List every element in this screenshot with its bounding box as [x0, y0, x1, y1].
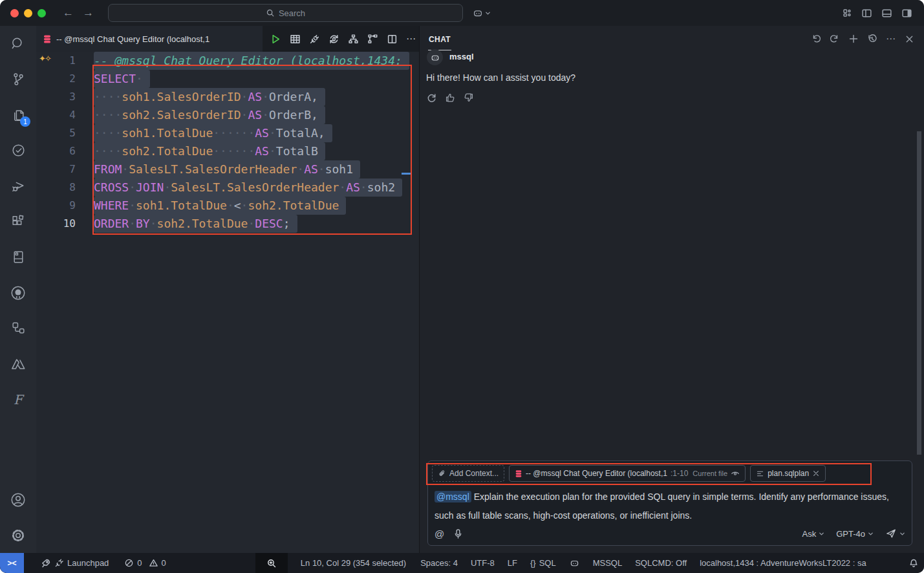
code-line[interactable]: 5····soh1.TotalDue······AS·TotalA, — [36, 124, 419, 142]
regenerate-icon[interactable] — [426, 92, 437, 103]
sidebar-item-search[interactable] — [0, 26, 36, 61]
sidebar-item-extensions[interactable] — [0, 204, 36, 239]
toggle-secondary-sidebar-icon[interactable] — [901, 8, 912, 19]
command-center-search[interactable]: Search — [108, 4, 463, 22]
chevron-down-icon — [868, 531, 874, 537]
connection-item[interactable]: localhost,1434 : AdventureWorksLT2022 : … — [694, 553, 872, 573]
customize-layout-icon[interactable] — [842, 8, 852, 18]
toggle-primary-sidebar-icon[interactable] — [861, 8, 872, 19]
remote-indicator[interactable]: >< — [0, 553, 24, 573]
file-context-pill[interactable]: -- @mssql Chat Query Editor (localhost,1… — [509, 465, 746, 482]
azure-icon — [10, 356, 27, 373]
accounts-button[interactable] — [0, 482, 36, 517]
mic-icon[interactable] — [453, 528, 463, 539]
split-editor-icon[interactable] — [387, 34, 398, 45]
settings-button[interactable] — [0, 517, 36, 553]
title-bar: ← → Search — [0, 0, 924, 26]
close-window-button[interactable] — [10, 9, 19, 17]
file-pill-title: -- @mssql Chat Query Editor (localhost,1 — [526, 469, 667, 478]
sidebar-item-run-debug[interactable] — [0, 168, 36, 204]
notifications-item[interactable] — [903, 553, 924, 573]
code-line[interactable]: 10ORDER·BY·soh2.TotalDue·DESC; — [36, 215, 419, 233]
mention-chip[interactable]: @mssql — [435, 491, 471, 503]
cursor-position-label: Ln 10, Col 29 (354 selected) — [301, 558, 406, 568]
sidebar-item-database-projects[interactable] — [0, 239, 36, 275]
results-grid-icon[interactable] — [290, 34, 301, 45]
copilot-menu[interactable] — [472, 7, 491, 19]
mention-button[interactable]: @ — [435, 528, 444, 539]
toggle-panel-icon[interactable] — [881, 8, 892, 19]
mode-picker[interactable]: Ask — [802, 529, 825, 539]
code-line[interactable]: 4····soh2.SalesOrderID·AS·OrderB, — [36, 106, 419, 124]
search-icon — [266, 8, 275, 17]
git-branch-icon — [10, 71, 27, 87]
chat-more-icon[interactable]: ⋯ — [886, 33, 896, 45]
indentation-item[interactable]: Spaces: 4 — [415, 553, 463, 573]
history-forward-icon[interactable]: → — [83, 6, 94, 19]
close-chat-icon[interactable] — [905, 34, 914, 44]
eol-item[interactable]: LF — [502, 553, 522, 573]
more-actions-icon[interactable]: ⋯ — [406, 33, 416, 45]
chat-message-actions — [426, 92, 475, 103]
thumbs-up-icon[interactable] — [444, 92, 456, 103]
copilot-status-item[interactable] — [564, 553, 585, 573]
sqlcmd-label: SQLCMD: Off — [635, 558, 687, 568]
code-line[interactable]: 6····soh2.TotalDue······AS·TotalB — [36, 142, 419, 160]
database-icon — [515, 470, 522, 478]
zoom-window-button[interactable] — [38, 9, 46, 17]
plan-context-pill[interactable]: plan.sqlplan — [750, 465, 826, 482]
selected-code-text: FROM·SalesLT.SalesOrderHeader·AS·soh1 — [94, 160, 360, 178]
chevron-down-icon — [819, 531, 824, 537]
add-context-button[interactable]: Add Context... — [432, 465, 504, 482]
code-editor[interactable]: 1-- @mssql Chat Query Editor (localhost,… — [36, 52, 419, 553]
language-item[interactable]: {}SQL — [525, 553, 561, 573]
copilot-sparkle-icon[interactable]: ✦✧ — [39, 54, 50, 63]
minimize-window-button[interactable] — [24, 9, 32, 17]
history-back-icon[interactable]: ← — [63, 6, 74, 19]
chat-scrollbar[interactable] — [917, 131, 921, 455]
chat-history-icon[interactable] — [867, 34, 877, 44]
copilot-icon — [472, 7, 484, 19]
chat-message-text: Hi there! How can I assist you today? — [426, 72, 575, 83]
thumbs-down-icon[interactable] — [463, 92, 475, 103]
code-line[interactable]: 3····soh1.SalesOrderID·AS·OrderA, — [36, 88, 419, 106]
actual-plan-icon[interactable] — [367, 34, 378, 45]
chat-input-text[interactable]: @mssql Explain the execution plan for th… — [435, 488, 903, 525]
sidebar-item-github[interactable] — [0, 275, 36, 310]
sidebar-item-remote-explorer[interactable] — [0, 310, 36, 346]
change-connection-icon[interactable] — [328, 34, 339, 45]
sidebar-item-task-check[interactable] — [0, 133, 36, 168]
run-query-icon[interactable] — [270, 34, 281, 45]
mssql-status-item[interactable]: MSSQL — [588, 553, 628, 573]
launchpad-item[interactable]: Launchpad — [36, 553, 114, 573]
sqlcmd-item[interactable]: SQLCMD: Off — [630, 553, 692, 573]
send-button[interactable] — [885, 528, 905, 539]
remove-context-icon[interactable] — [812, 470, 820, 477]
estimated-plan-icon[interactable] — [348, 34, 359, 45]
model-picker[interactable]: GPT-4o — [836, 529, 874, 539]
redo-icon[interactable] — [830, 34, 840, 44]
chat-message-author: mssql — [449, 52, 474, 61]
sidebar-item-azure[interactable] — [0, 346, 36, 382]
undo-icon[interactable] — [811, 34, 821, 44]
encoding-item[interactable]: UTF-8 — [466, 553, 500, 573]
sidebar-item-source-control[interactable] — [0, 61, 36, 97]
line-number: 9 — [36, 197, 76, 215]
editor-toolbar: ⋯ — [263, 26, 416, 52]
selected-code-text: -- @mssql Chat Query Editor (localhost,1… — [94, 52, 409, 70]
new-chat-icon[interactable] — [848, 34, 859, 44]
eol-label: LF — [508, 558, 517, 568]
editor-tab[interactable]: -- @mssql Chat Query Editor (localhost,1 — [36, 26, 263, 52]
problems-item[interactable]: 0 0 — [119, 553, 171, 573]
code-line[interactable]: 7FROM·SalesLT.SalesOrderHeader·AS·soh1 — [36, 160, 419, 178]
sidebar-item-fabric[interactable]: F — [0, 382, 36, 417]
cursor-position-item[interactable]: Ln 10, Col 29 (354 selected) — [295, 553, 411, 573]
code-line[interactable]: 9WHERE·soh1.TotalDue·<·soh2.TotalDue — [36, 197, 419, 215]
code-line[interactable]: 8CROSS·JOIN·SalesLT.SalesOrderHeader·AS·… — [36, 178, 419, 197]
code-line[interactable]: 1-- @mssql Chat Query Editor (localhost,… — [36, 52, 419, 70]
sidebar-item-explorer[interactable]: 1 — [0, 97, 36, 133]
chat-panel-title[interactable]: CHAT — [428, 28, 451, 50]
disconnect-icon[interactable] — [309, 34, 320, 45]
code-line[interactable]: 2SELECT· — [36, 70, 419, 88]
eye-icon[interactable] — [731, 469, 740, 478]
